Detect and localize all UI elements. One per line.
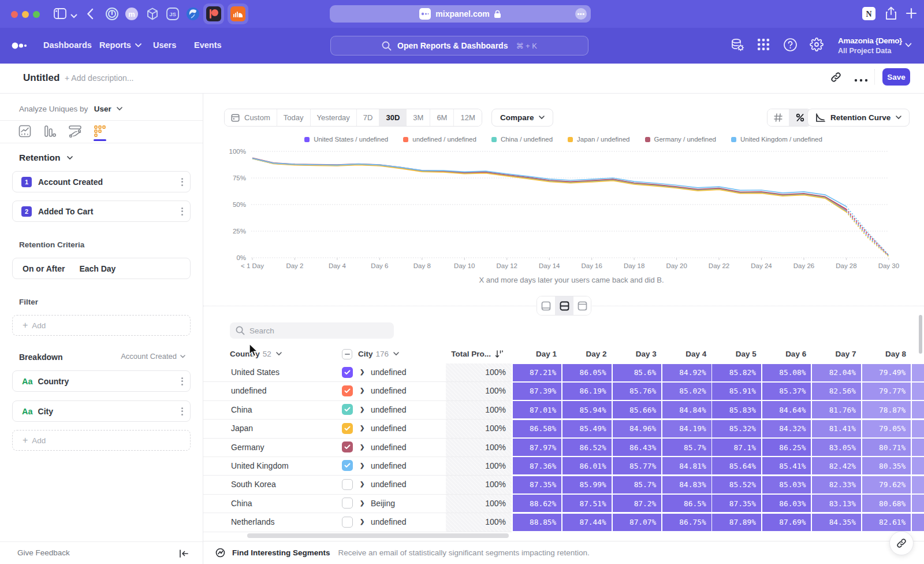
retention-cell[interactable]: 80.71% <box>862 439 911 456</box>
breakdown-card[interactable]: Aa City <box>12 400 191 422</box>
nav-events[interactable]: Events <box>194 40 222 50</box>
row-expand-icon[interactable]: ❯ <box>360 444 364 450</box>
retention-cell[interactable]: 79.05% <box>862 420 911 437</box>
retention-cell[interactable]: 87.97% <box>513 439 562 456</box>
row-checkbox-checked[interactable] <box>342 460 353 471</box>
url-more-button[interactable]: ••• <box>575 8 587 20</box>
retention-cell[interactable]: 79.77% <box>862 383 911 400</box>
retention-cell[interactable]: 87.51% <box>562 495 612 512</box>
day-column-header[interactable]: Day 6 <box>780 350 811 358</box>
vertical-scrollbar[interactable] <box>919 315 922 354</box>
row-country[interactable]: China <box>231 499 252 508</box>
save-button[interactable]: Save <box>882 68 910 86</box>
data-management-icon[interactable] <box>730 38 745 53</box>
retention-cell[interactable]: 81.76% <box>812 401 861 418</box>
retention-cell[interactable]: 87.89% <box>712 514 761 531</box>
retention-cell[interactable]: 86.25% <box>762 439 811 456</box>
analyze-value[interactable]: User <box>94 105 111 113</box>
row-city[interactable]: undefined <box>371 517 407 526</box>
retention-cell[interactable]: 87.1% <box>712 439 761 456</box>
retention-cell[interactable]: 86.5% <box>662 495 711 512</box>
retention-cell[interactable]: 82.33% <box>812 476 861 494</box>
give-feedback-link[interactable]: Give Feedback <box>17 548 70 557</box>
tab-funnels-icon[interactable] <box>43 125 56 138</box>
share-fab-button[interactable] <box>889 531 914 555</box>
day-column-header[interactable]: Day 4 <box>680 350 711 358</box>
copy-link-icon[interactable] <box>830 72 841 83</box>
global-search[interactable]: Open Reports & Dashboards ⌘ + K <box>330 36 588 55</box>
nav-dashboards[interactable]: Dashboards <box>43 40 92 50</box>
retention-cell[interactable]: 87.35% <box>712 495 761 512</box>
retention-cell[interactable]: 85.49% <box>562 420 612 437</box>
retention-cell[interactable]: 87.36% <box>513 457 562 474</box>
row-country[interactable]: China <box>231 405 252 414</box>
row-city[interactable]: undefined <box>371 480 407 489</box>
retention-cell[interactable]: 83.13% <box>812 495 861 512</box>
soundcloud-tab-tile[interactable] <box>228 3 248 24</box>
row-expand-icon[interactable]: ❯ <box>360 518 364 525</box>
row-country[interactable]: United Kingdom <box>231 461 289 470</box>
retention-cell[interactable]: 85.6% <box>613 364 662 381</box>
retention-cell[interactable]: 87.01% <box>513 401 562 418</box>
back-icon[interactable] <box>87 8 94 20</box>
row-expand-icon[interactable]: ❯ <box>360 406 364 413</box>
retention-cell[interactable]: 87.07% <box>613 514 662 531</box>
tab-retention-icon[interactable] <box>94 125 106 138</box>
more-actions-icon[interactable] <box>854 75 868 85</box>
retention-cell[interactable]: 85.37% <box>762 383 811 400</box>
retention-cell[interactable]: 88.85% <box>513 514 562 531</box>
retention-cell[interactable]: 84.84% <box>662 401 711 418</box>
retention-cell[interactable]: 85.32% <box>712 420 761 437</box>
avatar-m-icon[interactable]: m <box>125 7 139 21</box>
event-card[interactable]: 2 Added To Cart <box>12 201 191 222</box>
traffic-light-close[interactable] <box>11 11 18 18</box>
retention-cell[interactable]: 84.32% <box>762 420 811 437</box>
retention-cell[interactable]: 84.83% <box>662 476 711 494</box>
city-column-header[interactable]: City176 <box>358 350 399 358</box>
retention-cell[interactable]: 84.64% <box>762 401 811 418</box>
retention-cell[interactable]: 79.62% <box>862 476 911 494</box>
retention-cell[interactable]: 86.05% <box>562 364 612 381</box>
retention-cell[interactable]: 85.7% <box>613 476 662 494</box>
retention-cell[interactable]: 82.56% <box>812 383 861 400</box>
retention-cell[interactable]: 86.75% <box>662 514 711 531</box>
breakdown-add-button[interactable]: + Add <box>12 430 191 451</box>
row-country[interactable]: United States <box>231 368 280 377</box>
retention-cell[interactable]: 85.99% <box>562 476 612 494</box>
breakdown-card[interactable]: Aa Country <box>12 370 191 392</box>
day-column-header[interactable]: Day 7 <box>830 350 862 358</box>
tab-flows-icon[interactable] <box>68 125 82 138</box>
row-expand-icon[interactable]: ❯ <box>360 500 364 506</box>
collapse-sidebar-icon[interactable] <box>179 548 189 558</box>
retention-cell[interactable]: 87.2% <box>613 495 662 512</box>
help-icon[interactable] <box>783 38 798 52</box>
retention-cell[interactable]: 84.35% <box>812 514 861 531</box>
mixpanel-logo[interactable] <box>12 42 28 50</box>
retention-cell[interactable]: 86.58% <box>513 420 562 437</box>
row-country[interactable]: South Korea <box>231 480 276 489</box>
project-chevron-icon[interactable] <box>905 43 912 47</box>
filter-add-button[interactable]: + Add <box>12 315 191 336</box>
report-description-placeholder[interactable]: + Add description... <box>65 73 133 83</box>
criteria-card[interactable]: On or After Each Day <box>12 258 191 279</box>
breakdown-event-selector[interactable]: Account Created <box>121 352 185 361</box>
retention-cell[interactable]: 86.19% <box>562 383 612 400</box>
layout-chart-only-button[interactable] <box>537 296 555 315</box>
retention-cell[interactable]: 86.01% <box>562 457 612 474</box>
retention-cell[interactable]: 85.82% <box>712 364 761 381</box>
day-column-header[interactable]: Day 1 <box>531 350 562 358</box>
retention-cell[interactable]: 87.21% <box>513 364 562 381</box>
find-segments-label[interactable]: Find Interesting Segments <box>232 548 330 557</box>
table-search-input[interactable]: Search <box>230 322 394 339</box>
row-country[interactable]: Netherlands <box>231 517 275 526</box>
notion-app-icon[interactable]: N <box>862 6 876 21</box>
row-checkbox-checked[interactable] <box>342 385 353 396</box>
row-checkbox-unchecked[interactable] <box>342 479 353 490</box>
criteria-on[interactable]: On or After <box>23 264 65 273</box>
retention-cell[interactable]: 85.94% <box>562 401 612 418</box>
row-expand-icon[interactable]: ❯ <box>360 425 364 431</box>
retention-cell[interactable]: 85.77% <box>613 457 662 474</box>
retention-cell[interactable]: 82.61% <box>862 514 911 531</box>
retention-cell[interactable]: 85.7% <box>662 439 711 456</box>
share-icon[interactable] <box>885 6 897 21</box>
